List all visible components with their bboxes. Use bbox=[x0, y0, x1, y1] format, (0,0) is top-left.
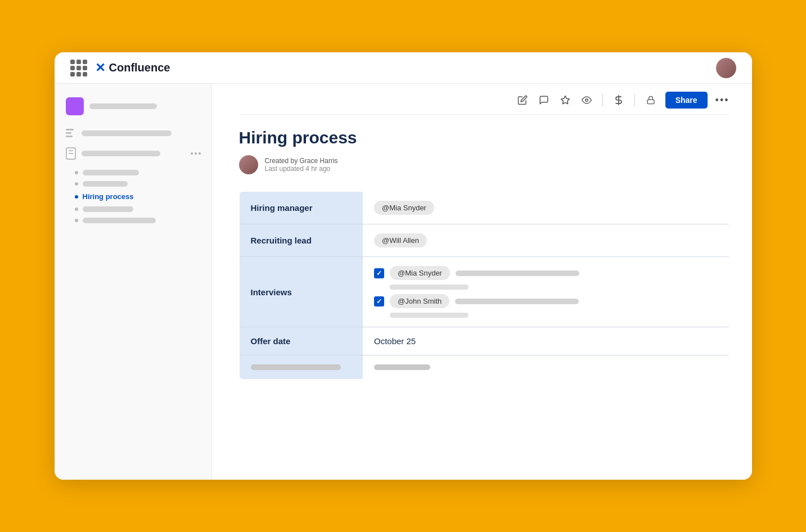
avatar-image bbox=[716, 58, 736, 78]
tag-mia-snyder[interactable]: @Mia Snyder bbox=[374, 201, 434, 215]
sidebar-menu-group-2: ••• bbox=[66, 147, 202, 160]
page-title: Hiring process bbox=[239, 128, 730, 147]
tag-interviewer-mia[interactable]: @Mia Snyder bbox=[390, 266, 450, 280]
table-row-hiring-manager: Hiring manager @Mia Snyder bbox=[239, 192, 729, 224]
checkbox-john[interactable]: ✓ bbox=[374, 296, 384, 306]
content-area: Share ••• Hiring process Created by Grac… bbox=[212, 84, 752, 480]
logo: ✕ Confluence bbox=[95, 61, 170, 75]
sub-bullet-hiring bbox=[75, 195, 78, 199]
check-icon-mia: ✓ bbox=[376, 269, 382, 277]
value-offer-date: October 25 bbox=[363, 327, 729, 355]
main-body: ••• Hiring process bbox=[55, 84, 752, 480]
check-icon-john: ✓ bbox=[376, 297, 382, 305]
checkbox-mia[interactable]: ✓ bbox=[374, 268, 384, 278]
sidebar-item-more[interactable]: ••• bbox=[191, 149, 202, 158]
sub-bullet-4 bbox=[75, 219, 78, 222]
sidebar-sub-item-1[interactable] bbox=[75, 181, 202, 187]
sub-bullet-1 bbox=[75, 182, 78, 186]
tag-will-allen[interactable]: @Will Allen bbox=[374, 233, 427, 247]
tag-interviewer-john[interactable]: @John Smith bbox=[390, 294, 449, 308]
star-icon[interactable] bbox=[559, 93, 572, 107]
sidebar-item-1[interactable] bbox=[66, 129, 202, 137]
sub-bullet-0 bbox=[75, 171, 78, 174]
sub-item-label-0 bbox=[83, 170, 139, 175]
sidebar-item-2[interactable]: ••• bbox=[66, 147, 202, 160]
lock-icon[interactable] bbox=[644, 93, 658, 107]
edit-icon[interactable] bbox=[516, 93, 529, 107]
author-avatar bbox=[239, 155, 258, 174]
value-recruiting-lead: @Will Allen bbox=[363, 224, 729, 257]
sidebar-sub-item-0[interactable] bbox=[75, 170, 202, 175]
label-hiring-manager: Hiring manager bbox=[239, 192, 363, 224]
label-recruiting-lead: Recruiting lead bbox=[239, 224, 363, 257]
meta-text: Created by Grace Harris Last updated 4 h… bbox=[265, 157, 338, 173]
app-name: Confluence bbox=[109, 61, 170, 74]
sidebar-space-icon[interactable] bbox=[66, 97, 84, 115]
toolbar: Share ••• bbox=[239, 84, 730, 115]
interview-sub-placeholder-1 bbox=[390, 313, 469, 318]
last-row-value-placeholder bbox=[374, 364, 430, 370]
interviews-cell: ✓ @Mia Snyder ✓ bbox=[374, 266, 718, 318]
sidebar-menu-group-1 bbox=[66, 129, 202, 137]
confluence-logo-icon: ✕ bbox=[95, 61, 105, 75]
value-placeholder bbox=[363, 355, 729, 380]
doc-icon bbox=[66, 147, 76, 160]
toolbar-divider-2 bbox=[634, 94, 635, 106]
value-hiring-manager: @Mia Snyder bbox=[363, 192, 729, 224]
sidebar: ••• Hiring process bbox=[55, 84, 212, 480]
interviewer-2-placeholder bbox=[455, 299, 579, 304]
interview-row-0: ✓ @Mia Snyder bbox=[374, 266, 718, 280]
topbar-left: ✕ Confluence bbox=[70, 60, 170, 76]
label-placeholder bbox=[239, 355, 363, 380]
table-row-offer-date: Offer date October 25 bbox=[239, 327, 729, 355]
sidebar-sub-item-4[interactable] bbox=[75, 218, 202, 223]
share-button[interactable]: Share bbox=[665, 92, 708, 109]
user-avatar[interactable] bbox=[716, 58, 736, 78]
sub-item-label-1 bbox=[83, 181, 128, 187]
interviewer-1-placeholder bbox=[456, 270, 579, 276]
sidebar-space-name bbox=[89, 103, 157, 109]
sidebar-sub-list: Hiring process bbox=[75, 170, 202, 223]
app-grid-icon[interactable] bbox=[70, 60, 87, 76]
info-table: Hiring manager @Mia Snyder Recruiting le… bbox=[239, 191, 730, 380]
sidebar-logo-block bbox=[66, 97, 202, 115]
last-updated: Last updated 4 hr ago bbox=[265, 165, 338, 173]
menu-lines-icon bbox=[66, 129, 76, 137]
app-window: ✕ Confluence bbox=[55, 52, 752, 480]
table-row-interviews: Interviews ✓ @Mia Snyder bbox=[239, 257, 729, 327]
watch-icon[interactable] bbox=[580, 93, 593, 107]
last-row-label-placeholder bbox=[251, 364, 341, 370]
svg-point-1 bbox=[585, 99, 588, 102]
sidebar-sub-item-hiring[interactable]: Hiring process bbox=[75, 192, 202, 201]
table-row-placeholder bbox=[239, 355, 729, 380]
toolbar-divider-1 bbox=[602, 94, 603, 106]
sidebar-item-label-2 bbox=[82, 151, 160, 156]
created-by: Created by Grace Harris bbox=[265, 157, 338, 165]
more-options-button[interactable]: ••• bbox=[715, 94, 730, 106]
svg-rect-3 bbox=[647, 100, 654, 103]
sub-item-label-3 bbox=[83, 206, 133, 212]
sub-item-label-hiring: Hiring process bbox=[83, 192, 134, 201]
sidebar-item-label-1 bbox=[82, 130, 172, 136]
interview-sub-placeholder-0 bbox=[390, 285, 469, 290]
interview-row-1: ✓ @John Smith bbox=[374, 294, 718, 308]
sidebar-sub-item-3[interactable] bbox=[75, 206, 202, 212]
label-offer-date: Offer date bbox=[239, 327, 363, 355]
page-meta: Created by Grace Harris Last updated 4 h… bbox=[239, 155, 730, 174]
svg-marker-0 bbox=[561, 96, 569, 104]
label-interviews: Interviews bbox=[239, 257, 363, 327]
sub-item-label-4 bbox=[83, 218, 156, 223]
topbar: ✕ Confluence bbox=[55, 52, 752, 84]
sub-bullet-3 bbox=[75, 208, 78, 211]
spark-icon[interactable] bbox=[612, 93, 625, 107]
comment-icon[interactable] bbox=[537, 93, 551, 107]
table-row-recruiting-lead: Recruiting lead @Will Allen bbox=[239, 224, 729, 257]
value-interviews: ✓ @Mia Snyder ✓ bbox=[363, 257, 729, 327]
